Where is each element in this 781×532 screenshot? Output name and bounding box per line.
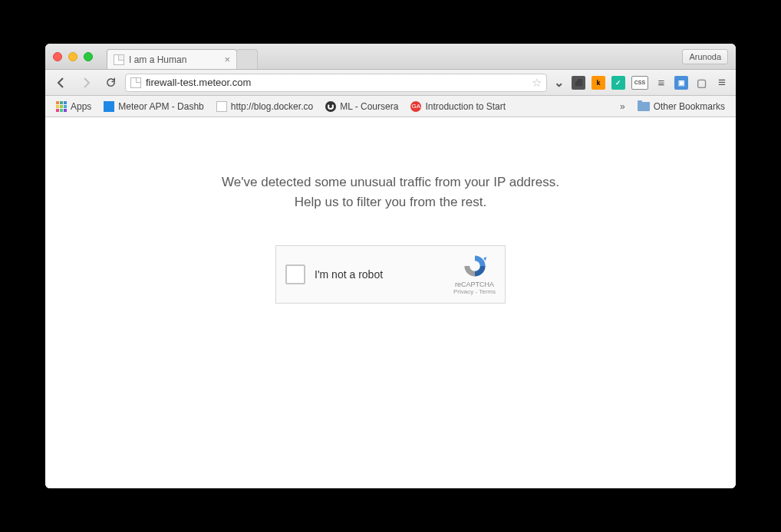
maximize-window-button[interactable] [84, 52, 93, 61]
profile-name: Arunoda [689, 52, 721, 61]
page-icon [114, 54, 124, 65]
close-tab-icon[interactable]: × [224, 54, 230, 64]
apps-label: Apps [71, 101, 91, 112]
recaptcha-widget: I'm not a robot reCAPTCHA Privacy - Term… [275, 245, 506, 304]
other-bookmarks-label: Other Bookmarks [654, 101, 725, 112]
titlebar: I am a Human × Arunoda [45, 44, 736, 70]
css-icon[interactable]: CSS [631, 76, 648, 90]
apps-icon [56, 101, 67, 112]
bookmark-favicon [104, 101, 114, 112]
back-button[interactable] [51, 74, 71, 91]
close-window-button[interactable] [53, 52, 62, 61]
bookmark-label: ML - Coursera [340, 101, 398, 112]
buffer-icon[interactable]: ≡ [654, 76, 668, 90]
recaptcha-checkbox[interactable] [285, 264, 305, 284]
detection-message: We've detected some unusual traffic from… [222, 172, 559, 213]
site-icon [130, 77, 141, 88]
bookmark-item[interactable]: Meteor APM - Dashb [99, 100, 208, 113]
bookmark-item[interactable]: http://blog.docker.co [212, 100, 318, 113]
message-line-2: Help us to filter you from the rest. [222, 192, 559, 212]
toolbar: firewall-test.meteor.com ☆ ⌄ ⬛ k ✓ CSS ≡… [45, 70, 736, 96]
minimize-window-button[interactable] [68, 52, 77, 61]
folder-icon [638, 102, 650, 111]
message-line-1: We've detected some unusual traffic from… [222, 172, 559, 192]
recaptcha-label: I'm not a robot [315, 268, 383, 281]
extension-icon[interactable]: ⬛ [572, 76, 585, 90]
new-tab-button[interactable] [236, 49, 258, 69]
recaptcha-brand: reCAPTCHA [453, 281, 496, 288]
other-bookmarks[interactable]: Other Bookmarks [633, 100, 730, 113]
menu-icon[interactable]: ≡ [714, 75, 730, 90]
cast-icon[interactable]: ▢ [694, 76, 708, 90]
profile-button[interactable]: Arunoda [682, 49, 728, 64]
forward-button[interactable] [76, 74, 96, 91]
bookmark-favicon: GA [410, 101, 421, 112]
bookmark-favicon [216, 101, 227, 112]
bookmark-label: Meteor APM - Dashb [118, 101, 203, 112]
extension-icon-2[interactable]: ▣ [674, 76, 688, 90]
recaptcha-logo-icon [462, 253, 488, 279]
page-content: We've detected some unusual traffic from… [45, 117, 736, 488]
bookmarks-bar: Apps Meteor APM - Dashb http://blog.dock… [45, 96, 736, 117]
recaptcha-branding: reCAPTCHA Privacy - Terms [453, 253, 496, 295]
bookmark-favicon [325, 101, 336, 112]
bookmark-star-icon[interactable]: ☆ [532, 76, 542, 90]
tab-title: I am a Human [129, 54, 186, 65]
recaptcha-links[interactable]: Privacy - Terms [453, 288, 496, 295]
window-controls [53, 52, 93, 61]
bookmark-item[interactable]: ML - Coursera [321, 100, 403, 113]
tab-strip: I am a Human × [107, 44, 258, 69]
apps-shortcut[interactable]: Apps [51, 100, 96, 113]
bookmark-label: http://blog.docker.co [231, 101, 313, 112]
bookmark-label: Introduction to Start [425, 101, 506, 112]
kadira-icon[interactable]: k [592, 76, 605, 90]
reload-button[interactable] [101, 74, 120, 91]
bookmark-item[interactable]: GA Introduction to Start [406, 100, 510, 113]
extensions: ⌄ ⬛ k ✓ CSS ≡ ▣ ▢ ≡ [552, 75, 730, 90]
svg-marker-0 [483, 257, 486, 261]
address-bar[interactable]: firewall-test.meteor.com ☆ [125, 74, 547, 92]
browser-tab[interactable]: I am a Human × [107, 49, 237, 69]
url-text: firewall-test.meteor.com [146, 77, 251, 88]
pocket-icon[interactable]: ⌄ [552, 76, 565, 90]
bookmarks-overflow[interactable]: » [615, 101, 630, 112]
check-icon[interactable]: ✓ [611, 76, 625, 90]
browser-window: I am a Human × Arunoda firewall-test.met… [45, 44, 736, 488]
